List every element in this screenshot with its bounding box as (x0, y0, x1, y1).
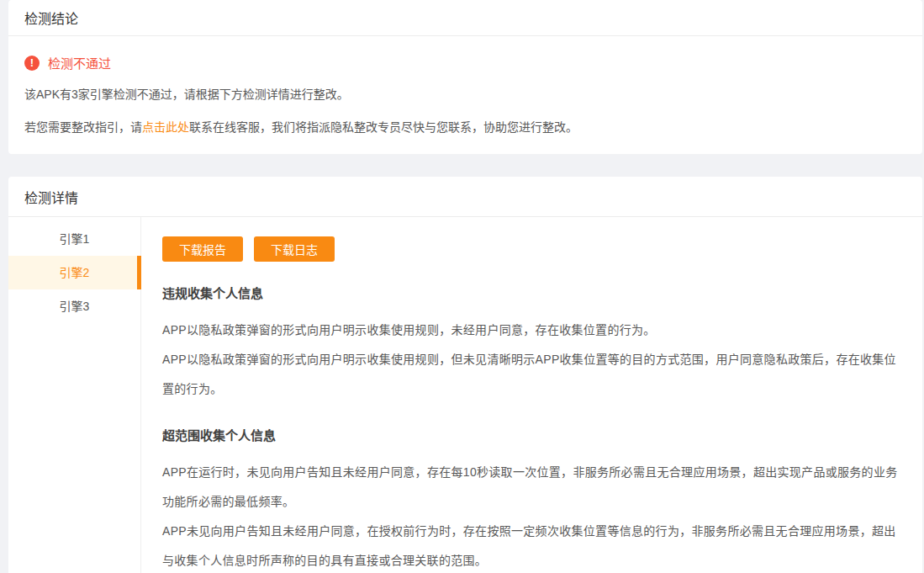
page: 检测结论 ! 检测不通过 该APK有3家引擎检测不通过，请根据下方检测详情进行整… (8, 0, 922, 573)
section-excessive-collection: APP在运行时，未见向用户告知且未经用户同意，存在每10秒读取一次位置，非服务所… (162, 458, 901, 573)
detail-title: 检测详情 (24, 187, 78, 207)
guidance-suffix: 联系在线客服，我们将指派隐私整改专员尽快与您联系，协助您进行整改。 (189, 120, 578, 134)
status-text: 检测不通过 (48, 54, 111, 72)
tab-engine-2[interactable]: 引擎2 (8, 256, 140, 289)
conclusion-card: 检测结论 ! 检测不通过 该APK有3家引擎检测不通过，请根据下方检测详情进行整… (8, 0, 922, 154)
download-report-button[interactable]: 下载报告 (162, 236, 243, 262)
download-log-button[interactable]: 下载日志 (254, 236, 335, 262)
detail-body: 引擎1 引擎2 引擎3 下载报告 下载日志 违规收集个人信息 (8, 217, 922, 573)
section-illegal-collection: APP以隐私政策弹窗的形式向用户明示收集使用规则，未经用户同意，存在收集位置的行… (162, 316, 901, 404)
finding-paragraph: APP未见向用户告知且未经用户同意，在授权前行为时，存在按照一定频次收集位置等信… (162, 517, 901, 573)
download-buttons-row: 下载报告 下载日志 (162, 236, 901, 262)
tab-engine-1-label: 引擎1 (60, 232, 90, 246)
engine-sidebar: 引擎1 引擎2 引擎3 (8, 217, 141, 573)
finding-paragraph: APP以隐私政策弹窗的形式向用户明示收集使用规则，未经用户同意，存在收集位置的行… (162, 316, 901, 345)
conclusion-title: 检测结论 (24, 8, 78, 28)
tab-engine-3[interactable]: 引擎3 (8, 289, 140, 323)
section-heading-excessive-collection: 超范围收集个人信息 (162, 426, 901, 443)
finding-paragraph: APP在运行时，未见向用户告知且未经用户同意，存在每10秒读取一次位置，非服务所… (162, 458, 901, 517)
conclusion-guidance: 若您需要整改指引，请点击此处联系在线客服，我们将指派隐私整改专员尽快与您联系，协… (24, 118, 906, 136)
active-tab-indicator (137, 256, 141, 289)
warning-icon: ! (24, 56, 40, 71)
detail-card: 检测详情 引擎1 引擎2 引擎3 下载报告 (8, 177, 922, 573)
conclusion-card-header: 检测结论 (8, 0, 922, 36)
conclusion-body: ! 检测不通过 该APK有3家引擎检测不通过，请根据下方检测详情进行整改。 若您… (8, 36, 922, 136)
detail-content: 下载报告 下载日志 违规收集个人信息 APP以隐私政策弹窗的形式向用户明示收集使… (141, 217, 922, 573)
finding-paragraph: APP以隐私政策弹窗的形式向用户明示收集使用规则，但未见清晰明示APP收集位置等… (162, 345, 901, 404)
tab-engine-1[interactable]: 引擎1 (8, 222, 140, 256)
tab-engine-3-label: 引擎3 (60, 300, 90, 313)
conclusion-summary: 该APK有3家引擎检测不通过，请根据下方检测详情进行整改。 (24, 85, 906, 103)
detail-card-header: 检测详情 (8, 177, 922, 217)
contact-support-link[interactable]: 点击此处 (142, 120, 189, 134)
section-heading-illegal-collection: 违规收集个人信息 (162, 284, 901, 301)
tab-engine-2-label: 引擎2 (60, 266, 90, 279)
guidance-prefix: 若您需要整改指引，请 (24, 120, 142, 134)
status-row: ! 检测不通过 (24, 54, 906, 72)
